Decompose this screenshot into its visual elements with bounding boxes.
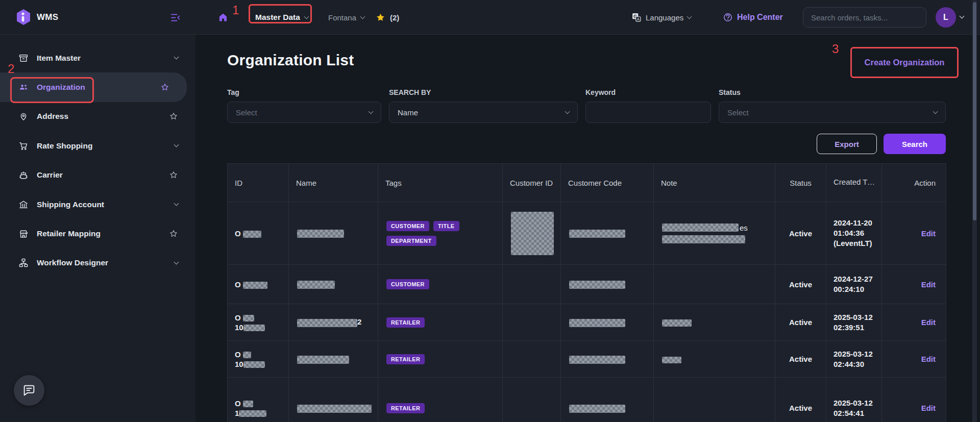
redacted	[297, 356, 349, 364]
redacted	[239, 410, 266, 417]
sidebar-item-item-master[interactable]: Item Master	[0, 43, 195, 72]
main-content: Organization List Tag Select SEARCH BY N…	[195, 35, 980, 422]
cell-id: O 1	[228, 378, 289, 422]
cell-customer-code	[561, 341, 654, 378]
languages-menu[interactable]: G A Languages	[631, 0, 691, 35]
search-button[interactable]: Search	[884, 134, 946, 154]
edit-link[interactable]: Edit	[921, 355, 936, 363]
edit-link[interactable]: Edit	[921, 229, 936, 238]
global-search-input[interactable]	[803, 7, 926, 28]
tag-select[interactable]: Select	[227, 102, 381, 123]
ship-icon	[18, 170, 29, 180]
favorite-star-icon[interactable]	[169, 112, 178, 121]
chevron-down-icon	[565, 109, 570, 114]
cell-action: Edit	[882, 378, 946, 422]
favorite-star-icon[interactable]	[169, 170, 178, 180]
create-organization-button[interactable]: Create Organization	[865, 58, 945, 67]
edit-link[interactable]: Edit	[921, 280, 936, 289]
status-select[interactable]: Select	[719, 102, 946, 123]
tag-badge: RETAILER	[386, 354, 425, 364]
table-row: O CUSTOMER Active 2024-12-27 00:24:10 Ed…	[228, 265, 946, 304]
annotation-number-3: 3	[832, 42, 839, 56]
star-filled-icon	[375, 12, 386, 23]
chevron-down-icon	[174, 142, 179, 147]
cell-note	[654, 378, 775, 422]
tag-badge: RETAILER	[386, 317, 425, 328]
favorites-indicator[interactable]: (2)	[375, 0, 399, 35]
favorite-star-icon[interactable]	[169, 229, 178, 238]
actions-row: Export Search	[227, 134, 946, 154]
help-center-link[interactable]: Help Center	[723, 0, 783, 35]
chevron-down-icon	[174, 201, 179, 206]
cell-name	[289, 341, 378, 378]
table-row: O 10 2 RETAILER Active 2025-03-12 02:39:…	[228, 304, 946, 341]
cell-tags: RETAILER	[378, 378, 503, 422]
redacted	[569, 230, 625, 238]
workspace-selector[interactable]: Fontana	[328, 0, 364, 35]
cell-created-time: 2024-11-20 01:04:36 (LeventLT)	[826, 202, 882, 265]
column-header-status: Status	[775, 164, 826, 202]
annotation-number-2: 2	[8, 62, 14, 76]
topbar: WMS Master Data Fontana (2) G A Language…	[0, 0, 980, 35]
export-button[interactable]: Export	[817, 134, 877, 154]
cell-customer-code	[561, 265, 654, 304]
sidebar-item-shipping-account[interactable]: Shipping Account	[0, 190, 195, 219]
nav-master-data[interactable]: Master Data	[255, 0, 308, 35]
tag-badge: RETAILER	[386, 403, 425, 413]
column-header-id: ID	[228, 164, 289, 202]
annotation-number-1: 1	[232, 3, 239, 17]
column-header-action: Action	[882, 164, 946, 202]
cell-id: O 10	[228, 304, 289, 341]
column-header-tags: Tags	[378, 164, 503, 202]
sidebar-item-rate-shopping[interactable]: Rate Shopping	[0, 131, 195, 160]
scrollbar-thumb[interactable]	[973, 2, 976, 220]
tag-badge: DEPARTMENT	[386, 236, 436, 246]
cell-action: Edit	[882, 304, 946, 341]
avatar-initial: L	[943, 13, 948, 22]
team-icon	[18, 82, 29, 92]
table-header-row: ID Name Tags Customer ID Customer Code N…	[228, 164, 946, 202]
search-by-select-value: Name	[398, 108, 566, 117]
cell-id: O 10	[228, 341, 289, 378]
home-button[interactable]	[218, 0, 228, 35]
redacted	[662, 357, 681, 363]
keyword-input[interactable]	[585, 102, 711, 123]
sidebar-item-label: Rate Shopping	[37, 141, 166, 151]
favorite-star-icon[interactable]	[160, 83, 169, 92]
redacted	[297, 281, 335, 289]
cell-note	[654, 265, 775, 304]
table-row: O 10 RETAILER Active 2025-03-12 02:44:30…	[228, 341, 946, 378]
cell-action: Edit	[882, 265, 946, 304]
sidebar-item-workflow-designer[interactable]: Workflow Designer	[0, 249, 195, 278]
sidebar-item-label: Organization	[37, 83, 152, 92]
table-row: O CUSTOMER TITLE DEPARTMENT	[228, 202, 946, 265]
page-scrollbar[interactable]	[972, 0, 977, 422]
cell-note	[654, 341, 775, 378]
cell-note: es	[654, 202, 775, 265]
column-header-name: Name	[289, 164, 378, 202]
cell-status: Active	[775, 341, 826, 378]
sidebar-item-retailer-mapping[interactable]: Retailer Mapping	[0, 219, 195, 248]
tag-badge: TITLE	[433, 221, 459, 231]
brand[interactable]: WMS	[14, 0, 58, 35]
redacted	[297, 319, 357, 327]
redacted	[662, 235, 745, 243]
avatar[interactable]: L	[936, 7, 956, 28]
languages-label: Languages	[646, 13, 683, 22]
cell-note	[654, 304, 775, 341]
keyword-filter-label: Keyword	[585, 88, 711, 97]
cell-name	[289, 202, 378, 265]
sidebar-item-organization[interactable]: Organization	[0, 72, 187, 102]
chat-button[interactable]	[14, 375, 44, 406]
sidebar-collapse-button[interactable]	[170, 0, 181, 35]
redacted	[297, 230, 344, 238]
search-by-select[interactable]: Name	[389, 102, 578, 123]
sidebar-item-carrier[interactable]: Carrier	[0, 161, 195, 190]
account-chevron-down-icon[interactable]	[960, 14, 965, 19]
sidebar-item-address[interactable]: Address	[0, 102, 195, 131]
edit-link[interactable]: Edit	[921, 404, 936, 412]
edit-link[interactable]: Edit	[921, 318, 936, 327]
table-row: O 1 RETAILER Active 2025-03-12 02:54:41 …	[228, 378, 946, 422]
cell-tags: CUSTOMER TITLE DEPARTMENT	[378, 202, 503, 265]
cell-created-time: 2024-12-27 00:24:10	[826, 265, 882, 304]
